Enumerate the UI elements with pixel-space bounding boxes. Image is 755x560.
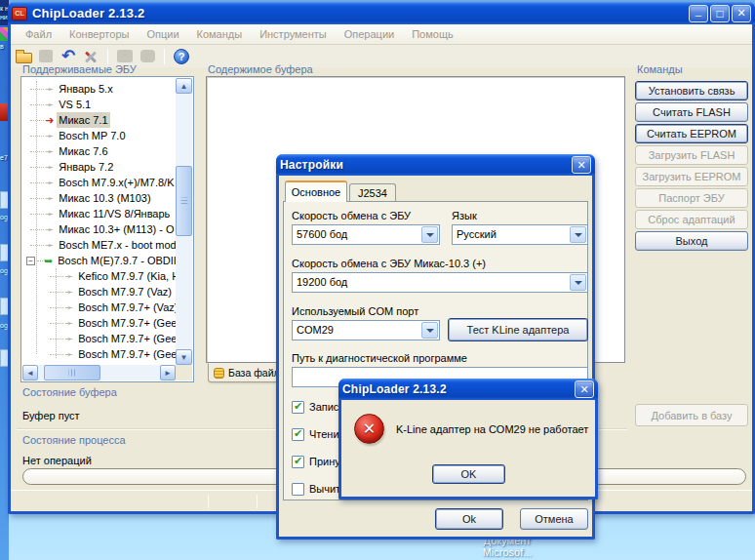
- tree-item[interactable]: ➛Bosch ME7.x - boot mod: [22, 237, 176, 253]
- maximize-button[interactable]: [710, 5, 730, 22]
- help-icon[interactable]: ?: [173, 49, 190, 64]
- tree-item[interactable]: ➛Микас 7.6: [22, 143, 176, 159]
- mikas-speed-combo[interactable]: 19200 бод: [292, 272, 588, 293]
- scroll-down-button[interactable]: ▼: [176, 349, 192, 365]
- language-combo[interactable]: Русский: [452, 224, 588, 245]
- tree-item-label: Микас 11/VS 8/Январь: [57, 206, 172, 221]
- tools-icon[interactable]: [82, 49, 99, 64]
- error-ok-button[interactable]: OK: [432, 464, 505, 484]
- tree-item-selected[interactable]: ➜Микас 7.1: [22, 112, 176, 128]
- read-eeprom-button[interactable]: Считать EEPROM: [635, 124, 748, 143]
- language-value: Русский: [453, 225, 569, 244]
- tree-group-label: Поддерживаемые ЭБУ: [22, 63, 137, 75]
- menu-item-operations[interactable]: Операции: [336, 26, 403, 42]
- dropdown-button[interactable]: [570, 274, 586, 291]
- tree-item[interactable]: ➛Январь 7.2: [22, 159, 176, 175]
- tree-item[interactable]: ➛Январь 5.x: [22, 81, 176, 97]
- error-dialog: ChipLoader 2.13.2 K-Line адаптер на COM2…: [338, 379, 598, 500]
- gray-arrow-icon: ➛: [45, 238, 54, 252]
- com-port-combo[interactable]: COM29: [292, 320, 440, 340]
- menu-item-commands[interactable]: Команды: [188, 26, 252, 42]
- tree-item-expanded[interactable]: ➥Bosch M(E)7.9.7 - OBDII: [22, 253, 176, 268]
- tree-item-label: Bosch M7.9.x(+)/M7.8/K: [57, 175, 176, 190]
- error-message: K-Line адаптер на COM29 не работает: [396, 423, 591, 435]
- scroll-right-button[interactable]: ►: [160, 365, 176, 380]
- ecu-passport-button[interactable]: Паспорт ЭБУ: [635, 188, 748, 208]
- scrollbar-thumb[interactable]: [44, 365, 100, 380]
- screen: к н ни в e7 og og og Документ Microsof..…: [0, 0, 755, 560]
- ok-button[interactable]: Ok: [435, 508, 503, 530]
- gray-arrow-icon: ➛: [45, 176, 54, 189]
- save-icon[interactable]: [37, 49, 55, 64]
- minimize-button[interactable]: [689, 5, 708, 22]
- gray-arrow-icon: ➛: [45, 160, 54, 174]
- menu-item-tools[interactable]: Инструменты: [251, 26, 336, 42]
- undo-icon[interactable]: ↶: [60, 49, 77, 64]
- tree-item[interactable]: ➛Bosch M7.9.7 (Vaz): [22, 284, 176, 300]
- menu-item-converters[interactable]: Конверторы: [60, 26, 138, 42]
- tree-item[interactable]: ➛Bosch M7.9.7+ (Vaz): [22, 300, 176, 315]
- load-eeprom-button[interactable]: Загрузить EEPROM: [635, 167, 748, 186]
- dropdown-button[interactable]: [570, 226, 586, 243]
- tree-item[interactable]: ➛Bosch M7.9.7+ (Gee: [22, 331, 176, 346]
- tree-item[interactable]: ➛Микас 11/VS 8/Январь: [22, 206, 176, 221]
- tree-vertical-scrollbar[interactable]: ▲ ▼: [176, 78, 192, 365]
- collapse-toggle-icon[interactable]: [26, 257, 35, 265]
- add-to-base-button[interactable]: Добавить в базу: [635, 404, 748, 426]
- disabled-icon-2[interactable]: [139, 49, 156, 64]
- tree-item-label: VS 5.1: [57, 97, 93, 112]
- error-close-button[interactable]: [575, 380, 594, 398]
- tree-item[interactable]: ➛Bosch MP 7.0: [22, 128, 176, 143]
- buffer-state-label: Состояние буфера: [22, 386, 117, 398]
- file-base-tab-label: База файл: [228, 367, 280, 379]
- error-titlebar[interactable]: ChipLoader 2.13.2: [338, 379, 598, 400]
- ecu-speed-combo[interactable]: 57600 бод: [292, 224, 440, 245]
- statusbar-separator: [257, 495, 258, 508]
- scroll-up-button[interactable]: ▲: [176, 78, 192, 94]
- tab-j2534[interactable]: J2534: [349, 183, 396, 202]
- tree-item[interactable]: ➛Bosch M7.9.7+ (Gee: [22, 315, 176, 331]
- tree-item[interactable]: ➛Kefico M7.9.7 (Kia, H: [22, 268, 176, 284]
- file-base-tab[interactable]: База файл: [208, 363, 286, 382]
- checkbox-icon: [292, 456, 304, 468]
- buffer-group-label: Содержимое буфера: [208, 63, 313, 75]
- dropdown-button[interactable]: [421, 322, 438, 339]
- tree-item[interactable]: ➛Bosch M7.9.x(+)/M7.8/K: [22, 175, 176, 190]
- tree-item[interactable]: ➛VS 5.1: [22, 97, 176, 112]
- tree-item[interactable]: ➛Микас 10.3+ (M113) - O: [22, 221, 176, 237]
- cancel-button[interactable]: Отмена: [520, 508, 588, 530]
- tree-item-label: Bosch M7.9.7+ (Gee: [76, 331, 176, 346]
- tree-item-label: Kefico M7.9.7 (Kia, H: [76, 268, 176, 284]
- menu-item-file[interactable]: Файл: [17, 26, 60, 42]
- menu-item-help[interactable]: Помощь: [403, 26, 462, 42]
- exit-button[interactable]: Выход: [635, 231, 748, 251]
- tree-item-label: Bosch ME7.x - boot mod: [57, 237, 176, 253]
- scrollbar-thumb[interactable]: [176, 166, 192, 236]
- menu-item-options[interactable]: Опции: [138, 26, 187, 42]
- tree-item[interactable]: ➛Bosch M7.9.7+ (Gee: [22, 346, 176, 362]
- test-kline-button[interactable]: Тест KLine адаптера: [448, 318, 588, 341]
- connect-button[interactable]: Установить связь: [635, 81, 748, 100]
- process-state-text: Нет операций: [22, 455, 92, 466]
- settings-close-button[interactable]: [572, 156, 591, 174]
- close-button[interactable]: [732, 5, 751, 22]
- gray-arrow-icon: ➛: [45, 144, 54, 158]
- tree-item[interactable]: ➛Микас 10.3 (M103): [22, 190, 176, 206]
- tab-j2534-label: J2534: [358, 187, 387, 199]
- settings-titlebar[interactable]: Настройки: [276, 154, 595, 176]
- gray-arrow-icon: ➛: [45, 98, 54, 111]
- disabled-icon-1[interactable]: [116, 49, 134, 64]
- scroll-left-button[interactable]: ◄: [22, 365, 38, 380]
- main-titlebar[interactable]: CL ChipLoader 2.13.2: [8, 2, 755, 24]
- com-port-value: COM29: [293, 321, 420, 340]
- dropdown-button[interactable]: [421, 226, 438, 243]
- mikas-speed-label: Скорость обмена с ЭБУ Микас-10.3 (+): [292, 258, 486, 269]
- read-flash-button[interactable]: Считать FLASH: [635, 102, 748, 122]
- gray-arrow-icon: ➛: [64, 332, 73, 345]
- open-folder-icon[interactable]: [15, 49, 32, 64]
- load-flash-button[interactable]: Загрузить FLASH: [635, 145, 748, 165]
- tab-main[interactable]: Основное: [285, 180, 347, 202]
- reset-adaptations-button[interactable]: Сброс адаптаций: [635, 210, 748, 229]
- tree-rows: ➛Январь 5.x ➛VS 5.1 ➜Микас 7.1 ➛Bosch MP…: [22, 81, 176, 365]
- tree-horizontal-scrollbar[interactable]: ◄ ►: [22, 365, 176, 380]
